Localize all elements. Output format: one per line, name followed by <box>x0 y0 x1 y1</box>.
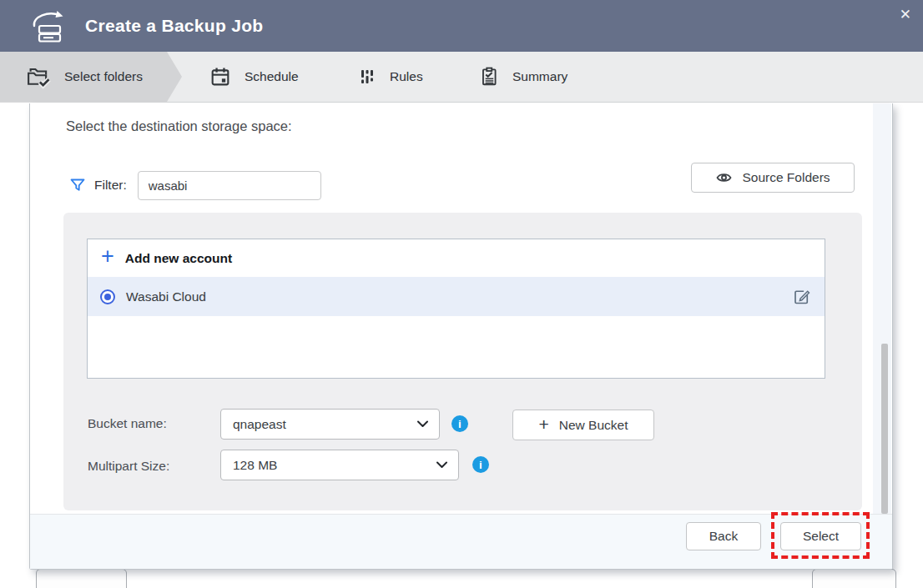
account-row-wasabi-cloud[interactable]: Wasabi Cloud <box>88 277 825 316</box>
scrollbar-thumb[interactable] <box>881 344 888 514</box>
account-panel: + Add new account Wasabi Cloud Bucket na… <box>63 213 862 510</box>
multipart-info-icon[interactable]: i <box>472 456 489 473</box>
multipart-size-value: 128 MB <box>233 458 277 473</box>
source-folders-label: Source Folders <box>742 170 830 185</box>
new-bucket-label: New Bucket <box>559 418 628 433</box>
plus-icon: + <box>539 415 549 433</box>
multipart-size-select[interactable]: 128 MB <box>220 450 459 480</box>
add-new-account-row[interactable]: + Add new account <box>88 239 825 277</box>
folders-check-icon <box>25 64 52 89</box>
select-button[interactable]: Select <box>780 522 861 550</box>
chevron-down-icon <box>436 461 447 469</box>
dialog-heading: Select the destination storage space: <box>66 118 292 134</box>
add-new-account-label: Add new account <box>125 251 232 266</box>
step-label: Select folders <box>64 69 143 84</box>
chevron-down-icon <box>417 420 428 428</box>
new-bucket-button[interactable]: + New Bucket <box>512 410 654 440</box>
wizard-step-bar: Select folders Schedule Rules <box>0 52 923 103</box>
backup-nas-icon <box>28 8 73 48</box>
back-label: Back <box>709 529 738 544</box>
scrollbar-track[interactable] <box>873 103 891 514</box>
filter-input[interactable] <box>138 171 321 200</box>
back-button[interactable]: Back <box>686 522 761 550</box>
window-title: Create a Backup Job <box>85 0 263 52</box>
source-folders-button[interactable]: Source Folders <box>691 163 855 193</box>
close-icon[interactable]: ✕ <box>897 5 914 24</box>
sliders-icon <box>357 65 377 88</box>
bucket-name-select[interactable]: qnapeast <box>220 409 440 440</box>
bucket-name-label: Bucket name: <box>88 416 167 431</box>
step-summary[interactable]: Summary <box>478 52 567 102</box>
account-list: + Add new account Wasabi Cloud <box>87 239 825 379</box>
step-label: Schedule <box>245 69 299 84</box>
funnel-icon <box>69 177 86 193</box>
bucket-name-value: qnapeast <box>233 417 286 432</box>
clipboard-check-icon <box>478 65 500 88</box>
step-rules[interactable]: Rules <box>357 52 423 102</box>
background-page-button-left[interactable] <box>36 569 127 588</box>
edit-account-button[interactable] <box>791 286 812 307</box>
select-label: Select <box>803 529 839 544</box>
background-page-button-right[interactable] <box>812 569 896 588</box>
step-select-folders[interactable]: Select folders <box>25 52 143 102</box>
destination-storage-dialog: Select the destination storage space: Fi… <box>29 103 893 570</box>
bucket-info-icon[interactable]: i <box>451 415 468 432</box>
step-schedule[interactable]: Schedule <box>209 52 299 102</box>
radio-selected-icon[interactable] <box>100 289 115 304</box>
plus-icon: + <box>101 245 114 268</box>
filter-label: Filter: <box>94 178 127 193</box>
step-label: Summary <box>512 69 567 84</box>
dialog-footer: Back Select <box>30 514 892 569</box>
multipart-size-label: Multipart Size: <box>88 459 169 474</box>
calendar-icon <box>209 65 232 88</box>
window-header: Create a Backup Job ✕ <box>0 0 923 52</box>
eye-icon <box>715 171 733 184</box>
filter-row: Filter: <box>69 170 321 200</box>
step-label: Rules <box>390 69 423 84</box>
account-name: Wasabi Cloud <box>126 289 206 304</box>
